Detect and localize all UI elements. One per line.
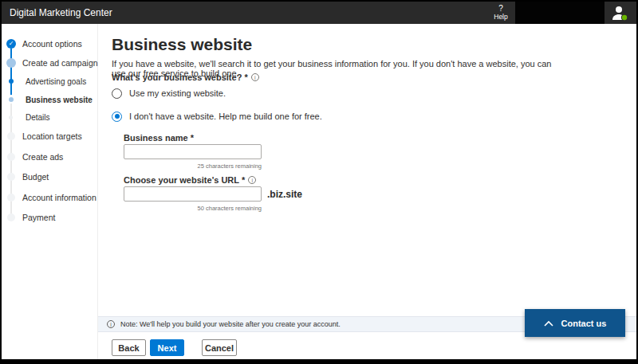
- upcoming-step-icon: [7, 213, 15, 221]
- check-icon: ✓: [6, 39, 16, 49]
- radio-build-website[interactable]: I don't have a website. Help me build on…: [112, 110, 322, 123]
- radio-use-existing-website[interactable]: Use my existing website.: [112, 87, 226, 100]
- completed-substep-dot: [9, 79, 14, 84]
- website-url-input[interactable]: [124, 186, 262, 202]
- sidebar-item-create-ads[interactable]: Create ads: [2, 151, 63, 163]
- radio-button-unselected[interactable]: [112, 88, 122, 99]
- question-label: What's your business website? *i: [112, 72, 259, 82]
- current-substep-dot: [9, 97, 14, 102]
- topbar-dark-section: [515, 2, 605, 24]
- sidebar-item-details[interactable]: Details: [2, 111, 50, 123]
- upcoming-step-icon: [7, 173, 15, 181]
- business-name-input[interactable]: [124, 144, 262, 159]
- sidebar-item-create-ad-campaign[interactable]: Create ad campaign: [2, 57, 98, 69]
- upcoming-step-icon: [7, 153, 15, 161]
- upcoming-step-icon: [7, 132, 15, 140]
- stepper-line-completed: [10, 49, 12, 95]
- contact-us-button[interactable]: Contact us: [525, 309, 625, 337]
- sidebar-item-location-targets[interactable]: Location targets: [2, 130, 82, 143]
- help-button[interactable]: ? Help: [486, 2, 515, 24]
- website-url-remaining-counter: 50 characters remaining: [124, 205, 262, 212]
- progress-sidebar: ✓ Account options Create ad campaign Adv…: [2, 24, 98, 359]
- help-label: Help: [494, 13, 507, 21]
- upcoming-substep-dot: [9, 115, 13, 119]
- info-icon[interactable]: i: [251, 73, 259, 81]
- sidebar-item-business-website[interactable]: Business website: [2, 93, 93, 106]
- business-name-label: Business name *: [124, 133, 194, 143]
- account-button[interactable]: [609, 4, 630, 22]
- url-domain-suffix: .biz.site: [267, 189, 302, 200]
- website-url-label: Choose your website's URL *i: [124, 175, 256, 185]
- page-title: Business website: [112, 35, 252, 54]
- app-window: Digital Marketing Center ? Help ✓ Accoun…: [2, 2, 636, 359]
- cancel-button[interactable]: Cancel: [202, 339, 237, 356]
- question-mark-icon: ?: [498, 5, 503, 13]
- sidebar-item-account-information[interactable]: Account information: [2, 191, 96, 204]
- back-button[interactable]: Back: [112, 339, 146, 356]
- info-icon: i: [107, 320, 115, 328]
- app-title: Digital Marketing Center: [10, 2, 112, 24]
- sidebar-item-budget[interactable]: Budget: [2, 170, 49, 183]
- note-text: Note: We'll help you build your website …: [120, 320, 341, 328]
- current-step-icon: [6, 58, 16, 68]
- upcoming-step-icon: [7, 194, 15, 202]
- top-bar: Digital Marketing Center ? Help: [2, 2, 636, 24]
- business-name-remaining-counter: 25 characters remaining: [124, 162, 262, 170]
- next-button[interactable]: Next: [150, 339, 184, 356]
- sidebar-item-payment[interactable]: Payment: [2, 211, 55, 224]
- person-icon: [609, 4, 630, 22]
- info-icon[interactable]: i: [248, 176, 256, 184]
- radio-button-selected[interactable]: [112, 112, 122, 122]
- chevron-up-icon: [544, 320, 553, 327]
- sidebar-item-account-options[interactable]: ✓ Account options: [2, 37, 82, 50]
- sidebar-item-advertising-goals[interactable]: Advertising goals: [2, 75, 86, 88]
